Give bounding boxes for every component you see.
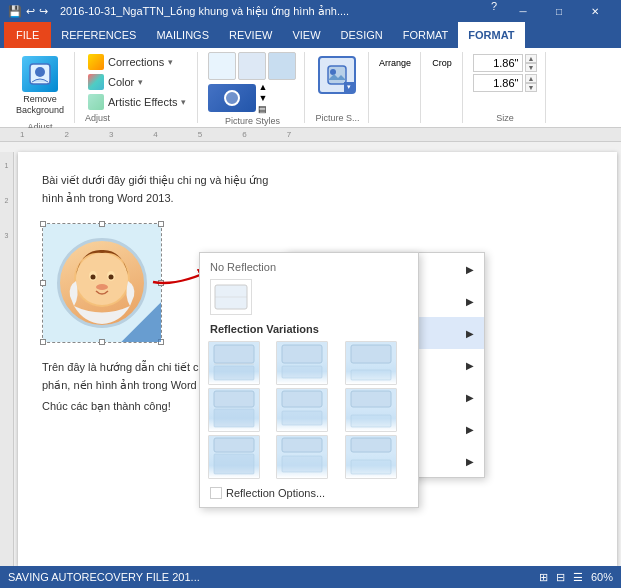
svg-rect-22 — [214, 409, 254, 427]
no-reflection-thumb[interactable] — [210, 279, 252, 315]
ref-thumb-9[interactable] — [345, 435, 397, 479]
height-down[interactable]: ▼ — [525, 83, 538, 92]
handle-bl[interactable] — [40, 339, 46, 345]
svg-point-8 — [91, 275, 96, 280]
tab-format[interactable]: FORMAT — [393, 22, 459, 48]
ruler: 1234567 — [0, 128, 621, 142]
zoom-level: 60% — [591, 571, 613, 583]
save-icon[interactable]: 💾 — [8, 5, 22, 18]
ref-thumb-5[interactable] — [276, 388, 328, 432]
height-input[interactable] — [473, 74, 523, 92]
svg-point-3 — [330, 69, 336, 75]
style-row-1 — [208, 52, 296, 80]
status-icon-2[interactable]: ⊟ — [556, 571, 565, 584]
close-button[interactable]: ✕ — [577, 0, 613, 22]
width-input[interactable] — [473, 54, 523, 72]
effects-dropdown[interactable]: ▾ — [344, 82, 354, 92]
svg-rect-18 — [282, 366, 322, 378]
corrections-item[interactable]: Corrections ▾ — [85, 53, 189, 71]
height-up[interactable]: ▲ — [525, 74, 538, 83]
window-controls[interactable]: ? ─ □ ✕ — [491, 0, 613, 22]
reflection-options-row[interactable]: Reflection Options... — [204, 483, 414, 503]
arrange-area: Arrange — [379, 52, 411, 68]
minimize-button[interactable]: ─ — [505, 0, 541, 22]
tab-format-active[interactable]: FORMAT — [458, 22, 524, 48]
corrections-arrow: ▾ — [168, 57, 173, 67]
redo-icon[interactable]: ↪ — [39, 5, 48, 18]
reflection-grid — [204, 337, 414, 483]
tab-file[interactable]: FILE — [4, 22, 51, 48]
svg-rect-20 — [351, 370, 391, 380]
remove-bg-icon — [22, 56, 58, 92]
handle-tr[interactable] — [158, 221, 164, 227]
scroll-up[interactable]: ▲ — [258, 82, 267, 92]
expand-icon[interactable]: ▤ — [258, 104, 267, 114]
tab-design[interactable]: DESIGN — [331, 22, 393, 48]
color-item[interactable]: Color ▾ — [85, 73, 189, 91]
svg-rect-24 — [282, 411, 322, 425]
ribbon: Remove Background Adjust Corrections ▾ C… — [0, 48, 621, 128]
svg-rect-14 — [214, 345, 254, 363]
color-label: Color — [108, 76, 134, 88]
image-container[interactable] — [42, 223, 162, 343]
handle-ml[interactable] — [40, 280, 46, 286]
artistic-label: Artistic Effects — [108, 96, 177, 108]
svg-rect-17 — [282, 345, 322, 363]
handle-tl[interactable] — [40, 221, 46, 227]
scroll-arrows[interactable]: ▲ ▼ ▤ — [258, 82, 267, 114]
document-area: 1234567 123 Bài viết dưới đây giới thiệu… — [0, 128, 621, 566]
help-icon[interactable]: ? — [491, 0, 497, 22]
ref-thumb-4[interactable] — [208, 388, 260, 432]
svg-rect-32 — [351, 460, 391, 474]
tab-view[interactable]: VIEW — [282, 22, 330, 48]
color-arrow: ▾ — [138, 77, 143, 87]
tab-review[interactable]: REVIEW — [219, 22, 282, 48]
reflection-variations-label: Reflection Variations — [204, 319, 414, 337]
quick-styles-icon[interactable] — [208, 84, 256, 112]
picture-effects-button[interactable]: ▾ — [318, 56, 356, 94]
size-label: Size — [496, 111, 514, 123]
status-right: ⊞ ⊟ ☰ 60% — [539, 571, 613, 584]
svg-rect-29 — [282, 438, 322, 452]
status-text: SAVING AUTORECOVERY FILE 201... — [8, 571, 200, 583]
height-row: ▲ ▼ — [473, 74, 538, 92]
style-thumb-1[interactable] — [208, 52, 236, 80]
ref-thumb-1[interactable] — [208, 341, 260, 385]
remove-background-button[interactable]: Remove Background — [14, 52, 66, 120]
image-frame — [42, 223, 162, 343]
maximize-button[interactable]: □ — [541, 0, 577, 22]
preset-arrow: ▶ — [466, 264, 474, 275]
svg-rect-25 — [351, 391, 391, 407]
no-reflection-row — [204, 275, 414, 319]
doc-text-1: Bài viết dưới đây giới thiệu chi ng và h… — [42, 172, 593, 190]
width-down[interactable]: ▼ — [525, 63, 538, 72]
status-icon-3[interactable]: ☰ — [573, 571, 583, 584]
arrange-button[interactable]: Arrange — [379, 58, 411, 68]
tab-mailings[interactable]: MAILINGS — [146, 22, 219, 48]
adjust-group-label: Adjust — [85, 111, 110, 123]
width-up[interactable]: ▲ — [525, 54, 538, 63]
tab-references[interactable]: REFERENCES — [51, 22, 146, 48]
undo-icon[interactable]: ↩ — [26, 5, 35, 18]
no-reflection-label: No Reflection — [204, 257, 414, 275]
artistic-effects-item[interactable]: Artistic Effects ▾ — [85, 93, 189, 111]
handle-tc[interactable] — [99, 221, 105, 227]
artistic-icon — [88, 94, 104, 110]
ref-thumb-7[interactable] — [208, 435, 260, 479]
effects-area: ▾ — [318, 52, 356, 94]
svg-point-5 — [76, 253, 128, 305]
ref-thumb-3[interactable] — [345, 341, 397, 385]
style-thumb-3[interactable] — [268, 52, 296, 80]
style-thumb-2[interactable] — [238, 52, 266, 80]
svg-rect-31 — [351, 438, 391, 452]
title-text: 2016-10-31_NgaTTN_Lồng khung và hiệu ứng… — [60, 5, 349, 18]
crop-button[interactable]: Crop — [432, 58, 452, 68]
group-arrange: Arrange — [371, 52, 421, 123]
ref-thumb-6[interactable] — [345, 388, 397, 432]
ref-thumb-2[interactable] — [276, 341, 328, 385]
size-inputs: ▲ ▼ ▲ ▼ — [473, 52, 538, 94]
ref-thumb-8[interactable] — [276, 435, 328, 479]
scroll-down[interactable]: ▼ — [258, 93, 267, 103]
handle-bc[interactable] — [99, 339, 105, 345]
status-icon-1[interactable]: ⊞ — [539, 571, 548, 584]
